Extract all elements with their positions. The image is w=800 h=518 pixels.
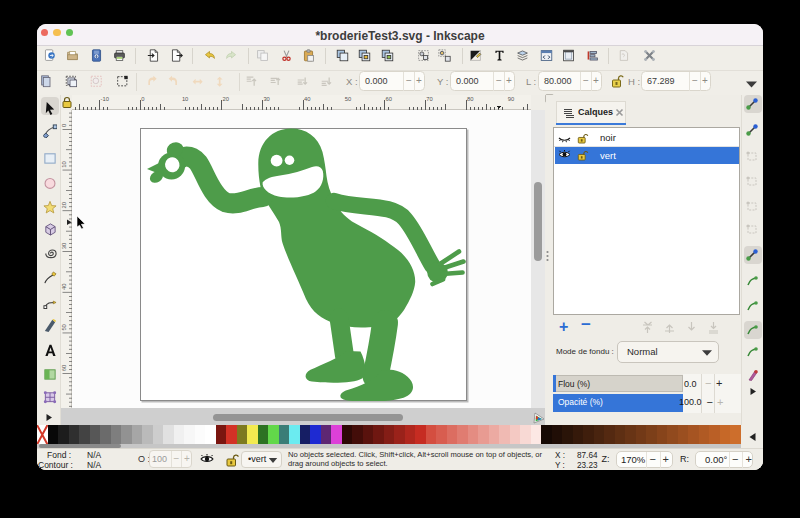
svg-text:40: 40: [61, 283, 67, 289]
svg-text:50: 50: [345, 96, 351, 102]
svg-text:0: 0: [61, 124, 67, 127]
svg-text:30: 30: [263, 96, 269, 102]
svg-text:60: 60: [386, 96, 392, 102]
svg-text:70: 70: [426, 96, 432, 102]
svg-text:80: 80: [467, 96, 473, 102]
svg-text:-10: -10: [101, 96, 109, 102]
svg-text:20: 20: [223, 96, 229, 102]
svg-text:30: 30: [61, 243, 67, 249]
svg-text:20: 20: [61, 202, 67, 208]
svg-text:0: 0: [141, 96, 144, 102]
svg-text:10: 10: [182, 96, 188, 102]
svg-text:60: 60: [61, 365, 67, 371]
svg-text:40: 40: [304, 96, 310, 102]
svg-text:90: 90: [508, 96, 514, 102]
svg-text:10: 10: [61, 161, 67, 167]
svg-text:50: 50: [61, 324, 67, 330]
